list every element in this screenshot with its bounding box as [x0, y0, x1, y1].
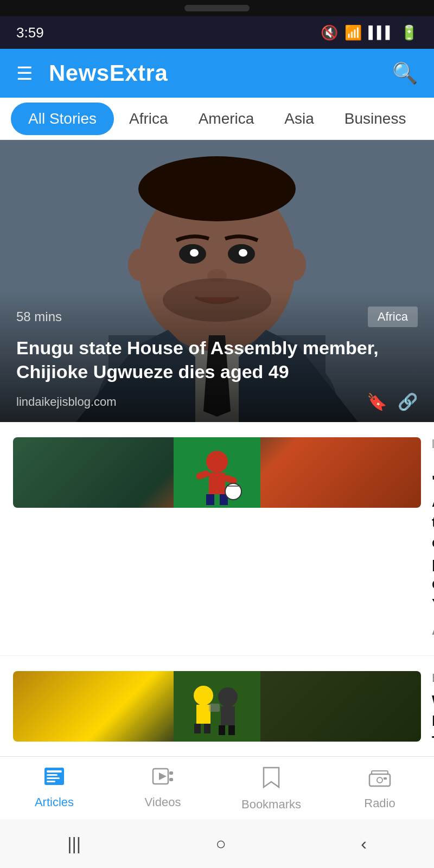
svg-point-7	[128, 248, 152, 281]
tab-more[interactable]: Ce...	[421, 103, 434, 135]
svg-rect-52	[47, 770, 62, 773]
svg-rect-54	[47, 777, 60, 779]
svg-rect-31	[219, 725, 225, 735]
svg-rect-53	[47, 774, 58, 776]
mute-icon: 🔇	[321, 24, 338, 41]
news-source-row: BBC Sports 1 hr	[432, 671, 434, 685]
search-icon[interactable]: 🔍	[392, 61, 418, 85]
news-footer: AFRICA 🔖 🔗	[432, 622, 434, 640]
nav-videos[interactable]: Videos	[125, 767, 201, 812]
tab-america[interactable]: America	[183, 103, 270, 135]
tab-business[interactable]: Business	[329, 103, 422, 135]
svg-rect-60	[369, 774, 390, 786]
svg-rect-63	[384, 777, 387, 780]
articles-svg	[43, 767, 65, 786]
videos-svg	[152, 767, 174, 786]
svg-point-12	[239, 249, 247, 257]
hero-title: Enugu state House of Assembly member, Ch…	[16, 336, 418, 384]
svg-point-17	[206, 451, 228, 473]
hero-story[interactable]: 58 mins Africa Enugu state House of Asse…	[0, 140, 434, 422]
svg-point-11	[190, 249, 199, 257]
hero-time: 58 mins	[16, 309, 62, 324]
svg-rect-26	[196, 705, 210, 724]
nav-articles-label: Articles	[35, 795, 74, 809]
nav-articles[interactable]: Articles	[16, 767, 92, 812]
svg-point-25	[194, 686, 213, 705]
status-icons: 🔇 📶 ▌▌▌ 🔋	[321, 24, 418, 41]
svg-rect-28	[204, 724, 210, 733]
tab-all-stories[interactable]: All Stories	[11, 103, 114, 135]
nav-radio-label: Radio	[364, 796, 395, 810]
radio-icon	[368, 767, 391, 792]
category-tabs: All Stories Africa America Asia Business…	[0, 98, 434, 140]
tab-africa[interactable]: Africa	[114, 103, 183, 135]
news-content: lindaikejisblog.com 59 mins 'It's hard a…	[432, 437, 434, 640]
svg-rect-32	[228, 725, 235, 735]
battery-icon: 🔋	[400, 24, 418, 41]
news-thumbnail	[13, 671, 421, 742]
bottom-nav: Articles Videos Bookmarks	[0, 756, 434, 819]
tab-asia[interactable]: Asia	[269, 103, 329, 135]
app-title: NewsExtra	[49, 60, 168, 86]
news-source: lindaikejisblog.com	[432, 437, 434, 465]
hero-meta: 58 mins Africa	[16, 307, 418, 327]
nav-bookmarks-label: Bookmarks	[241, 797, 301, 812]
status-bar: 3:59 🔇 📶 ▌▌▌ 🔋	[0, 16, 434, 49]
hero-bookmark-icon[interactable]: 🔖	[367, 392, 387, 411]
svg-point-6	[138, 156, 296, 221]
app-header: ☰ NewsExtra 🔍	[0, 49, 434, 98]
hero-category: Africa	[368, 307, 418, 327]
news-title: 'It's hard as an African American to rep…	[432, 471, 434, 615]
sys-back-btn[interactable]: ‹	[361, 834, 367, 854]
thumb-football-svg	[174, 671, 260, 742]
list-item[interactable]: lindaikejisblog.com 59 mins 'It's hard a…	[0, 422, 434, 656]
news-source: BBC Sports	[432, 671, 434, 685]
svg-rect-58	[169, 771, 173, 775]
hero-source: lindaikejisblog.com	[16, 395, 117, 409]
svg-rect-51	[44, 768, 64, 785]
signal-icon: ▌▌▌	[368, 25, 394, 40]
bookmarks-icon	[261, 767, 281, 793]
header-left: ☰ NewsExtra	[16, 60, 168, 86]
bookmarks-svg	[261, 767, 281, 788]
svg-rect-30	[221, 706, 235, 725]
system-nav: ||| ○ ‹	[0, 819, 434, 868]
svg-rect-55	[47, 781, 55, 782]
svg-rect-33	[209, 704, 220, 712]
hero-overlay: 58 mins Africa Enugu state House of Asse…	[0, 290, 434, 422]
phone-frame-top	[0, 0, 434, 16]
sys-recents-btn[interactable]: |||	[67, 834, 81, 854]
svg-rect-27	[194, 724, 201, 733]
svg-point-29	[218, 687, 238, 707]
svg-point-8	[282, 248, 306, 281]
news-source-row: lindaikejisblog.com 59 mins	[432, 437, 434, 465]
nav-bookmarks[interactable]: Bookmarks	[233, 767, 309, 812]
notch	[184, 5, 250, 11]
svg-rect-18	[209, 473, 225, 494]
svg-rect-59	[169, 778, 173, 781]
hero-share-icon[interactable]: 🔗	[398, 392, 418, 411]
svg-rect-61	[372, 771, 388, 774]
news-tag: AFRICA	[432, 624, 434, 637]
radio-svg	[368, 767, 391, 787]
status-time: 3:59	[16, 24, 44, 41]
menu-icon[interactable]: ☰	[16, 62, 33, 84]
hero-footer: lindaikejisblog.com 🔖 🔗	[16, 392, 418, 411]
hero-actions: 🔖 🔗	[367, 392, 418, 411]
videos-icon	[152, 767, 174, 791]
news-thumbnail	[13, 437, 421, 508]
nav-radio[interactable]: Radio	[342, 767, 418, 812]
sys-home-btn[interactable]: ○	[215, 834, 226, 854]
svg-point-62	[377, 777, 382, 783]
svg-marker-57	[159, 773, 167, 780]
thumb-soccer-svg	[174, 437, 260, 508]
nav-videos-label: Videos	[145, 795, 181, 809]
svg-rect-19	[206, 494, 214, 505]
wifi-icon: 📶	[344, 24, 362, 41]
articles-icon	[43, 767, 65, 791]
